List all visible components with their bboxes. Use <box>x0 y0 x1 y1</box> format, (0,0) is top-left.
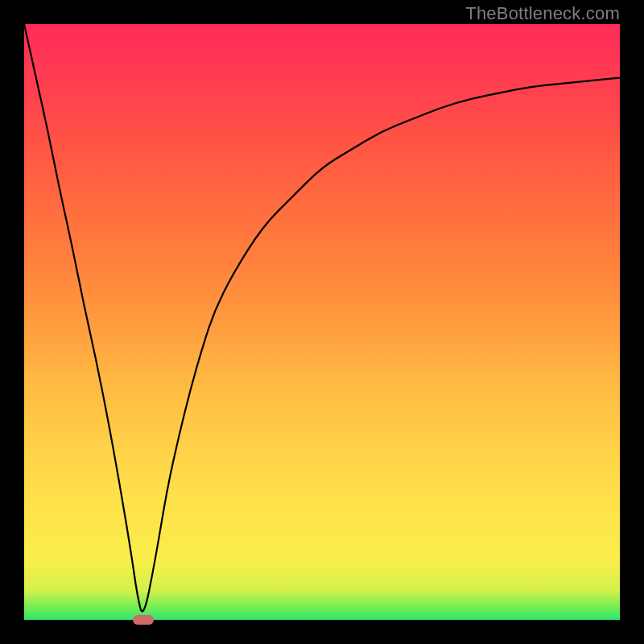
bottleneck-curve <box>24 24 620 620</box>
optimal-marker <box>133 615 154 625</box>
chart-container: TheBottleneck.com <box>0 0 644 644</box>
watermark-text: TheBottleneck.com <box>465 3 620 24</box>
plot-area <box>24 24 620 620</box>
